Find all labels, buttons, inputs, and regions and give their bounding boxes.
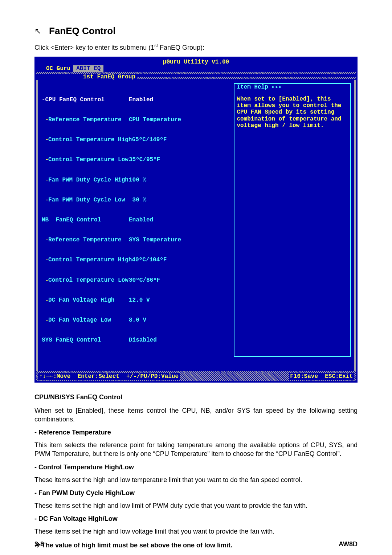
setting-label[interactable]: - DC Fan Voltage High xyxy=(42,297,129,303)
setting-label[interactable]: - Control Temperature High xyxy=(42,257,132,263)
setting-label[interactable]: - Fan PWM Duty Cycle High xyxy=(42,177,129,183)
heading-control-temperature: - Control Temperature High/Low xyxy=(34,464,358,471)
page-footer: 3-8 AW8D xyxy=(34,538,358,548)
setting-label[interactable]: - Control Temperature Low xyxy=(42,156,129,163)
setting-value[interactable]: 65ºC/149ºF xyxy=(132,136,167,143)
setting-label[interactable]: - DC Fan Voltage Low xyxy=(42,317,129,323)
setting-value[interactable]: Disabled xyxy=(129,337,157,343)
setting-value[interactable]: 30ºC/86ºF xyxy=(129,277,160,283)
bios-divider xyxy=(137,77,356,79)
heading-fan-pwm: - Fan PWM Duty Cycle High/Low xyxy=(34,489,358,497)
setting-value[interactable]: CPU Temperature xyxy=(129,117,181,123)
setting-value[interactable]: SYS Temperature xyxy=(129,237,181,243)
setting-label[interactable]: - Control Temperature High xyxy=(42,136,132,143)
setting-value[interactable]: 8.0 V xyxy=(129,317,146,323)
para-reference-temperature: This item selects the reference point fo… xyxy=(34,441,358,458)
setting-value[interactable]: 40ºC/104ºF xyxy=(132,257,167,263)
setting-label[interactable]: - Control Temperature Low xyxy=(42,277,129,283)
setting-value[interactable]: Enabled xyxy=(129,217,153,223)
heading-reference-temperature: - Reference Temperature xyxy=(34,429,358,436)
setting-value[interactable]: 35ºC/95ºF xyxy=(129,156,160,163)
setting-label[interactable]: - Fan PWM Duty Cycle Low xyxy=(42,197,129,203)
bios-subtitle: 1st FanEQ Group xyxy=(36,74,137,80)
para-control-temperature: These items set the high and low tempera… xyxy=(34,476,358,484)
section-heading: FanEQ Control xyxy=(49,25,115,37)
para-dc-fan-voltage: These items set the high and low voltage… xyxy=(34,527,358,536)
setting-label[interactable]: - Reference Temperature xyxy=(42,117,129,123)
para-main: When set to [Enabled], these items contr… xyxy=(34,406,358,424)
intro-prefix: Click <Enter> key to enter its submenu (… xyxy=(34,44,154,51)
bios-title: μGuru Utility v1.00 xyxy=(36,58,356,65)
setting-value[interactable]: 100 % xyxy=(129,177,146,183)
help-title: Item Help ▸▸▸ xyxy=(237,84,348,90)
setting-label[interactable]: NB FanEQ Control xyxy=(42,217,129,223)
tab-abit-eq[interactable]: ABIT EQ xyxy=(73,65,103,72)
bios-body: -CPU FanEQ ControlEnabled - Reference Te… xyxy=(36,80,356,371)
bios-settings-list: -CPU FanEQ ControlEnabled - Reference Te… xyxy=(38,83,234,357)
intro-super: st xyxy=(154,43,158,48)
bios-footer: ↑↓→←:Move Enter:Select +/-/PU/PD:Value F… xyxy=(36,373,356,381)
document-body: CPU/NB/SYS FanEQ Control When set to [En… xyxy=(34,393,358,549)
setting-label[interactable]: - Reference Temperature xyxy=(42,237,129,243)
document-page: ↸ FanEQ Control Click <Enter> key to ent… xyxy=(0,0,392,555)
setting-value[interactable]: 12.0 V xyxy=(129,297,150,303)
setting-value[interactable]: 30 % xyxy=(129,197,146,203)
setting-value[interactable]: Enabled xyxy=(129,97,153,103)
setting-label[interactable]: SYS FanEQ Control xyxy=(42,337,129,343)
heading-cpu-nb-sys: CPU/NB/SYS FanEQ Control xyxy=(34,393,358,401)
bios-tabs: OC Guru ABIT EQ xyxy=(36,65,356,72)
bios-subtitle-row: 1st FanEQ Group xyxy=(36,74,356,80)
intro-suffix: FanEQ Group): xyxy=(158,44,204,51)
setting-label[interactable]: -CPU FanEQ Control xyxy=(42,97,129,103)
bios-help-panel: Item Help ▸▸▸ When set to [Enabled], thi… xyxy=(234,83,351,357)
heading-dc-fan-voltage: - DC Fan Voltage High/Low xyxy=(34,515,358,523)
footer-keys-left: ↑↓→←:Move Enter:Select +/-/PU/PD:Value xyxy=(38,373,180,380)
bios-screenshot: μGuru Utility v1.00 OC Guru ABIT EQ 1st … xyxy=(34,57,358,383)
section-heading-row: ↸ FanEQ Control xyxy=(34,25,358,37)
intro-text: Click <Enter> key to enter its submenu (… xyxy=(34,43,358,52)
para-fan-pwm: These items set the high and low limit o… xyxy=(34,501,358,510)
model-label: AW8D xyxy=(339,540,358,548)
tab-oc-guru[interactable]: OC Guru xyxy=(43,65,73,72)
cursor-icon: ↸ xyxy=(34,26,41,36)
page-number: 3-8 xyxy=(34,540,44,548)
help-body: When set to [Enabled], this item allows … xyxy=(237,96,348,129)
footer-keys-right: F10:Save ESC:Exit xyxy=(289,373,354,380)
